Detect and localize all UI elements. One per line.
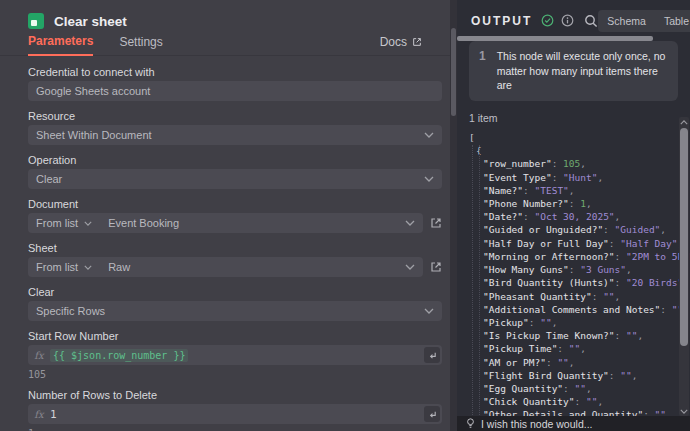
json-line: "Pheasant Quantity": "", bbox=[469, 290, 676, 303]
open-sheet-button[interactable] bbox=[430, 261, 442, 273]
credential-select[interactable]: Google Sheets account bbox=[28, 81, 442, 101]
json-line: "Egg Quantity": "", bbox=[469, 382, 676, 395]
node-feedback-label: I wish this node would... bbox=[481, 418, 592, 430]
horizontal-scrollbar-thumb[interactable] bbox=[457, 36, 653, 41]
lightbulb-icon bbox=[466, 418, 475, 429]
field-operation: Operation Clear bbox=[28, 154, 442, 189]
expand-expression-button[interactable] bbox=[424, 347, 440, 363]
node-header: Clear sheet bbox=[0, 0, 450, 32]
field-label: Start Row Number bbox=[28, 330, 442, 342]
json-code: [{"row_number": 105,"Event Type": "Hunt"… bbox=[469, 131, 676, 431]
info-icon[interactable] bbox=[561, 14, 574, 27]
field-label: Operation bbox=[28, 154, 442, 166]
indent-guide bbox=[472, 145, 473, 431]
json-line: "Half Day or Full Day": "Half Day", bbox=[469, 237, 676, 250]
field-label: Number of Rows to Delete bbox=[28, 389, 442, 401]
resource-select[interactable]: Sheet Within Document bbox=[28, 125, 442, 145]
parameters-panel: Clear sheet Parameters Settings Docs Cre… bbox=[0, 0, 450, 431]
json-line: "Phone Number?": 1, bbox=[469, 197, 676, 210]
sheet-select[interactable]: From list Raw bbox=[28, 257, 423, 277]
items-count: 1 item bbox=[469, 112, 690, 124]
json-line: "Morning or Afternoon?": "2PM to 5PM", bbox=[469, 250, 676, 263]
credential-value: Google Sheets account bbox=[36, 85, 150, 97]
indent-guide bbox=[479, 145, 480, 431]
panel-divider bbox=[450, 0, 457, 431]
scroll-down-arrow-icon[interactable] bbox=[679, 406, 689, 416]
node-feedback-bar[interactable]: I wish this node would... bbox=[457, 416, 690, 431]
json-line: "Bird Quantity (Hunts)": "20 Birds", bbox=[469, 276, 676, 289]
start-row-expression-input[interactable]: fx {{ $json.row_number }} bbox=[28, 345, 442, 365]
document-mode-value: From list bbox=[36, 217, 78, 229]
execute-once-notice: 1 This node will execute only once, no m… bbox=[469, 41, 678, 101]
tab-settings[interactable]: Settings bbox=[119, 35, 162, 55]
field-document: Document From list Event Booking bbox=[28, 198, 442, 233]
field-credential: Credential to connect with Google Sheets… bbox=[28, 66, 442, 101]
field-label: Sheet bbox=[28, 242, 442, 254]
rows-to-delete-input[interactable]: fx 1 bbox=[28, 404, 442, 424]
success-check-icon bbox=[541, 14, 554, 27]
field-resource: Resource Sheet Within Document bbox=[28, 110, 442, 145]
clear-select[interactable]: Specific Rows bbox=[28, 301, 442, 321]
tab-table[interactable]: Table bbox=[655, 10, 690, 32]
vertical-scrollbar[interactable] bbox=[679, 117, 689, 416]
google-sheets-icon bbox=[28, 13, 44, 29]
open-document-button[interactable] bbox=[430, 217, 442, 229]
tab-schema[interactable]: Schema bbox=[598, 10, 655, 32]
json-line: "Pickup": "", bbox=[469, 316, 676, 329]
chevron-down-icon bbox=[84, 221, 92, 226]
scroll-up-arrow-icon[interactable] bbox=[679, 117, 689, 127]
json-line: "row_number": 105, bbox=[469, 157, 676, 170]
panel-tabs: Parameters Settings Docs bbox=[0, 32, 450, 56]
left-panel-scrollbar-thumb[interactable] bbox=[451, 28, 456, 116]
output-view-tabs: Schema Table JSON bbox=[598, 10, 690, 32]
chevron-down-icon bbox=[424, 308, 434, 314]
json-output-view: [{"row_number": 105,"Event Type": "Hunt"… bbox=[457, 129, 690, 431]
chevron-down-icon bbox=[424, 176, 434, 182]
json-line: "Date?": "Oct 30, 2025", bbox=[469, 210, 676, 223]
document-mode-select[interactable]: From list bbox=[36, 217, 92, 229]
sheet-mode-select[interactable]: From list bbox=[36, 261, 92, 273]
json-line: { bbox=[469, 144, 676, 157]
json-line: "Event Type": "Hunt", bbox=[469, 171, 676, 184]
chevron-down-icon bbox=[424, 132, 434, 138]
vertical-scrollbar-thumb[interactable] bbox=[680, 128, 688, 346]
clear-value: Specific Rows bbox=[36, 305, 105, 317]
docs-link-label: Docs bbox=[380, 35, 407, 49]
sheet-mode-value: From list bbox=[36, 261, 78, 273]
node-title: Clear sheet bbox=[54, 14, 127, 29]
document-value: Event Booking bbox=[108, 217, 179, 229]
chevron-down-icon bbox=[405, 220, 415, 226]
document-select[interactable]: From list Event Booking bbox=[28, 213, 423, 233]
rows-to-delete-value: 1 bbox=[50, 408, 57, 421]
output-header: OUTPUT Schema Table JSON bbox=[457, 0, 690, 28]
chevron-down-icon bbox=[405, 264, 415, 270]
operation-value: Clear bbox=[36, 173, 62, 185]
tab-parameters[interactable]: Parameters bbox=[28, 34, 93, 56]
operation-select[interactable]: Clear bbox=[28, 169, 442, 189]
field-label: Clear bbox=[28, 286, 442, 298]
chevron-down-icon bbox=[84, 265, 92, 270]
json-line: "Pickup Time": "", bbox=[469, 342, 676, 355]
expand-expression-button[interactable] bbox=[424, 406, 440, 422]
notice-badge: 1 bbox=[479, 49, 486, 93]
search-icon[interactable] bbox=[584, 14, 598, 28]
json-line: "Additional Comments and Notes": "", bbox=[469, 303, 676, 316]
json-line: "How Many Guns": "3 Guns", bbox=[469, 263, 676, 276]
json-line: [ bbox=[469, 131, 676, 144]
field-clear: Clear Specific Rows bbox=[28, 286, 442, 321]
resource-value: Sheet Within Document bbox=[36, 129, 152, 141]
output-title: OUTPUT bbox=[471, 14, 532, 28]
sheet-value: Raw bbox=[108, 261, 130, 273]
output-panel: OUTPUT Schema Table JSON 1 This bbox=[457, 0, 690, 431]
node-details-view: Clear sheet Parameters Settings Docs Cre… bbox=[0, 0, 690, 431]
json-line: "Guided or Unguided?": "Guided", bbox=[469, 223, 676, 236]
field-start-row-number: Start Row Number fx {{ $json.row_number … bbox=[28, 330, 442, 380]
external-link-icon bbox=[412, 37, 422, 47]
field-label: Resource bbox=[28, 110, 442, 122]
field-label: Document bbox=[28, 198, 442, 210]
fx-toggle[interactable]: fx bbox=[28, 350, 50, 361]
start-row-preview: 105 bbox=[28, 369, 442, 380]
fx-toggle[interactable]: fx bbox=[28, 409, 50, 420]
json-line: "Flight Bird Quantity": "", bbox=[469, 369, 676, 382]
docs-link[interactable]: Docs bbox=[380, 35, 422, 55]
